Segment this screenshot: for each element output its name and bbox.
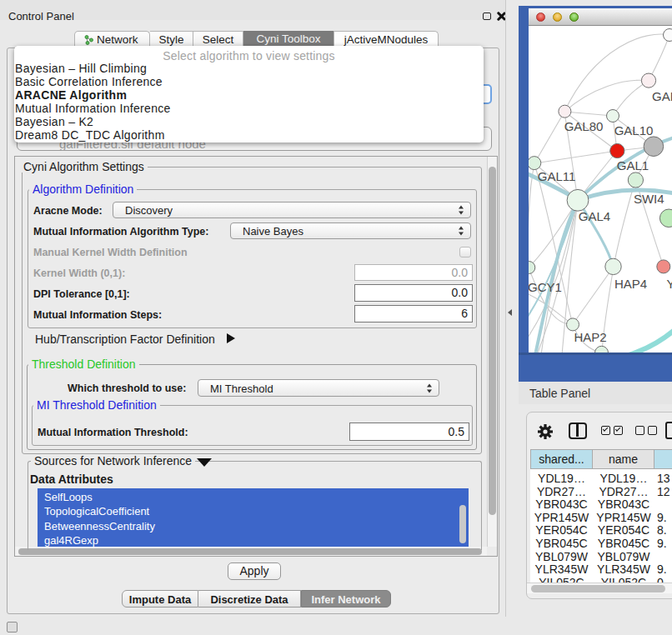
svg-text:GAL10: GAL10 — [614, 123, 654, 138]
svg-text:GAL4: GAL4 — [579, 209, 610, 223]
svg-text:HAP4: HAP4 — [614, 277, 647, 291]
svg-text:SWI4: SWI4 — [634, 192, 664, 206]
svg-text:GAL1: GAL1 — [617, 158, 649, 172]
svg-text:GCY1: GCY1 — [529, 280, 562, 294]
svg-text:GAL11: GAL11 — [538, 169, 576, 183]
svg-text:GAL7: GAL7 — [652, 89, 672, 103]
svg-text:GAL80: GAL80 — [564, 119, 604, 133]
svg-text:YJ: YJ — [667, 277, 672, 291]
svg-text:HAP2: HAP2 — [574, 330, 606, 344]
